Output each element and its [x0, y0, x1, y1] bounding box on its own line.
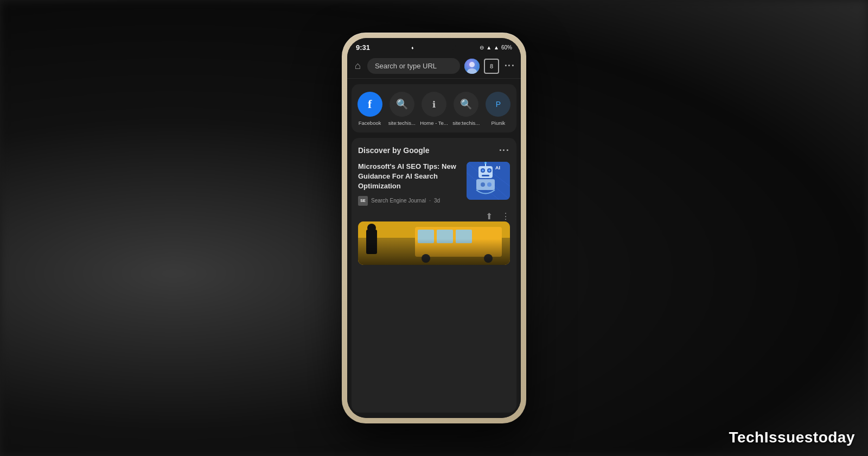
- source-initials-1: SE: [360, 199, 365, 202]
- svg-point-17: [484, 162, 487, 164]
- article-time-1: ·: [429, 198, 431, 204]
- piunik-icon: P: [486, 92, 510, 117]
- article-overlay: [358, 221, 510, 265]
- svg-point-1: [469, 62, 475, 67]
- svg-point-11: [488, 169, 490, 172]
- discover-title: Discover by Google: [358, 146, 429, 155]
- facebook-icon: f: [358, 92, 382, 117]
- article-title-1: Microsoft's AI SEO Tips: New Guidance Fo…: [358, 162, 461, 192]
- discover-more-button[interactable]: ⋮: [498, 145, 510, 155]
- shortcut-home-te[interactable]: ℹ Home - Te...: [419, 92, 449, 126]
- profile-avatar[interactable]: [464, 59, 480, 74]
- info-icon: ℹ: [422, 92, 446, 117]
- article-image-1: AI: [467, 162, 510, 200]
- shortcut-piunik-label: Piunik: [491, 120, 505, 126]
- svg-point-15: [487, 182, 492, 187]
- more-options-button-1[interactable]: ⋮: [501, 211, 510, 221]
- shortcut-facebook[interactable]: f Facebook: [355, 92, 385, 126]
- browser-content: f Facebook 🔍 site:techis... ℹ Home: [347, 79, 521, 418]
- svg-rect-12: [482, 175, 489, 176]
- svg-rect-13: [476, 179, 495, 190]
- shortcut-techis-1[interactable]: 🔍 site:techis...: [387, 92, 417, 126]
- news-text-1: Microsoft's AI SEO Tips: New Guidance Fo…: [358, 162, 461, 206]
- source-name-1: Search Engine Journal: [371, 198, 426, 204]
- discover-header: Discover by Google ⋮: [358, 145, 510, 155]
- home-button[interactable]: ⌂: [353, 58, 363, 74]
- svg-point-9: [482, 169, 484, 172]
- shortcuts-row: f Facebook 🔍 site:techis... ℹ Home: [355, 92, 513, 126]
- search-icon-2: 🔍: [454, 92, 478, 117]
- more-menu-button[interactable]: ⋮: [503, 61, 515, 71]
- wifi-icon: ▲: [486, 45, 492, 50]
- search-bar[interactable]: Search or type URL: [367, 58, 460, 74]
- article-preview-2[interactable]: [358, 221, 510, 265]
- shortcut-techis-1-label: site:techis...: [388, 120, 416, 126]
- search-placeholder: Search or type URL: [375, 62, 437, 70]
- battery-level: 60%: [501, 45, 512, 50]
- share-button-1[interactable]: ⬆: [486, 211, 493, 221]
- news-actions-1: ⬆ ⋮: [358, 211, 510, 221]
- dnd-icon: ⊖: [480, 45, 484, 50]
- shortcut-facebook-label: Facebook: [359, 120, 381, 126]
- svg-point-14: [481, 182, 485, 187]
- status-right: ⊖ ▲ ▲ 60%: [480, 45, 512, 50]
- shortcut-techis-2[interactable]: 🔍 site:techis...: [451, 92, 481, 126]
- shortcuts-section: f Facebook 🔍 site:techis... ℹ Home: [352, 84, 516, 132]
- status-time: 9:31: [356, 43, 370, 52]
- browser-toolbar: ⌂ Search or type URL: [347, 55, 521, 79]
- discover-section: Discover by Google ⋮ Microsoft's AI SEO …: [352, 138, 516, 413]
- phone-wrapper: 9:31 ♦ 🌸 ▶ ✦ • ⊖ ▲ ▲ 60% ⌂: [342, 33, 526, 423]
- phone-screen: 9:31 ♦ 🌸 ▶ ✦ • ⊖ ▲ ▲ 60% ⌂: [347, 38, 521, 418]
- news-card-1[interactable]: Microsoft's AI SEO Tips: New Guidance Fo…: [358, 162, 510, 206]
- search-icon-1: 🔍: [390, 92, 414, 117]
- article-meta-1: SE Search Engine Journal · 3d: [358, 196, 461, 206]
- tabs-button[interactable]: 8: [484, 59, 499, 74]
- shortcut-techis-2-label: site:techis...: [452, 120, 480, 126]
- shortcut-home-te-label: Home - Te...: [420, 120, 448, 126]
- source-icon-1: SE: [358, 196, 368, 206]
- notch: [412, 38, 456, 51]
- svg-text:AI: AI: [495, 165, 500, 170]
- watermark: TechIssuestoday: [729, 429, 855, 446]
- signal-icon: ▲: [494, 45, 499, 50]
- article-age-1: 3d: [434, 198, 440, 204]
- tabs-count: 8: [490, 63, 493, 69]
- fb-letter: f: [368, 97, 372, 111]
- phone-outer: 9:31 ♦ 🌸 ▶ ✦ • ⊖ ▲ ▲ 60% ⌂: [342, 33, 526, 423]
- shortcut-piunik[interactable]: P Piunik: [483, 92, 513, 126]
